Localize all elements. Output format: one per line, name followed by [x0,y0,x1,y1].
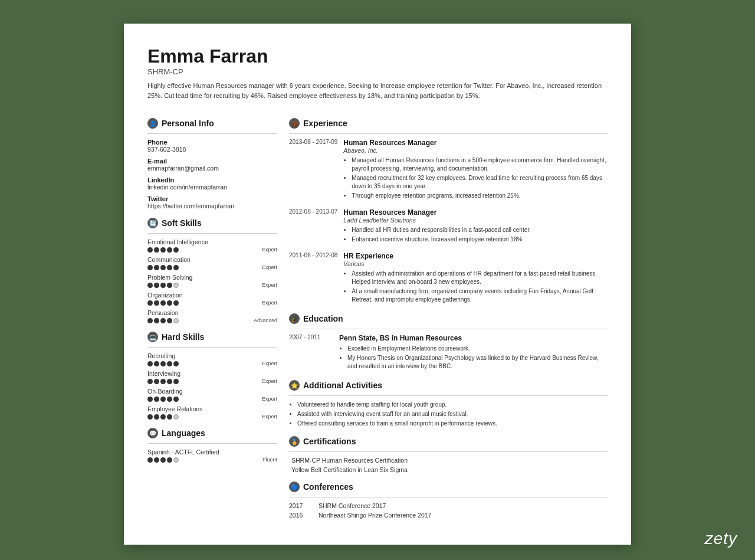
hard-skills-list: Recruiting Expert Interviewing Expert On… [147,352,277,420]
resume-document: Emma Farran SHRM-CP Highly effective Hum… [124,24,631,545]
activity-item: Offered consulting services to train a s… [297,420,608,428]
twitter-value: https://twitter.com/emmapfarran [147,202,277,209]
certification-item: SHRM-CP Human Resources Certification [289,457,608,464]
two-column-layout: 👤 Personal Info Phone 937-602-3818 E-mai… [147,110,608,521]
skill-item: Interviewing Expert [147,370,277,384]
edu-dates: 2007 - 2011 [289,334,333,372]
skill-item: On-Boarding Expert [147,388,277,402]
certifications-list: SHRM-CP Human Resources CertificationYel… [289,457,608,473]
edu-content: Penn State, BS in Human Resources Excell… [339,334,608,372]
personal-info-header: 👤 Personal Info [147,118,277,129]
skill-name: Persuasion [147,309,277,316]
linkedin-block: LinkedIn linkedin.com/in/emmapfarran [147,176,277,191]
skill-level: Expert [262,414,277,420]
exp-company: Various [343,260,608,267]
soft-skills-title: Soft Skills [162,218,202,228]
phone-label: Phone [147,139,277,146]
activity-item: Assisted with interviewing event staff f… [297,410,608,418]
header-section: Emma Farran SHRM-CP Highly effective Hum… [147,45,608,100]
education-header: 🎓 Education [289,313,608,324]
email-value: emmapfarran@gmail.com [147,165,277,172]
certifications-icon: 🏅 [289,436,300,447]
languages-title: Languages [162,428,205,438]
skill-level: Advanced [254,317,277,323]
conference-item: 2016 Northeast Shingo Prize Conference 2… [289,512,608,519]
conf-year: 2017 [289,502,313,509]
certification-item: Yellow Belt Certification in Lean Six Si… [289,466,608,473]
skill-item: Communication Expert [147,256,277,270]
skill-name: Organization [147,292,277,299]
certifications-divider [289,451,608,452]
activities-divider [289,395,608,396]
education-title: Education [303,314,343,323]
skill-level: Expert [262,282,277,288]
hard-skills-divider [147,347,277,348]
experience-item: 2013-08 - 2017-09 Human Resources Manage… [289,139,608,201]
skill-name: Problem Solving [147,274,277,281]
soft-skills-divider [147,233,277,234]
skill-name: Employee Relations [147,405,277,412]
conferences-header: 🔵 Conferences [289,482,608,492]
skill-level: Expert [262,378,277,384]
conferences-divider [289,497,608,497]
experience-list: 2013-08 - 2017-09 Human Resources Manage… [289,139,608,305]
languages-list: Spanish - ACTFL Certified Fluent [147,448,277,463]
skill-item: Emotional Intelligence Expert [147,238,277,253]
conf-year: 2016 [289,512,313,519]
exp-bullets: Managed all Human Resources functions in… [343,156,608,200]
phone-value: 937-602-3818 [147,146,277,153]
twitter-block: Twitter https://twitter.com/emmapfarran [147,195,277,209]
experience-title: Experience [303,119,347,128]
education-item: 2007 - 2011 Penn State, BS in Human Reso… [289,334,608,372]
experience-icon: 💼 [289,118,300,129]
conferences-icon: 🔵 [289,482,300,492]
activities-header: ⭐ Additional Activities [289,380,608,391]
email-label: E-mail [147,158,277,165]
experience-divider [289,133,608,134]
activities-icon: ⭐ [289,380,300,391]
email-block: E-mail emmapfarran@gmail.com [147,158,277,172]
education-divider [289,329,608,329]
skill-item: Organization Expert [147,292,277,306]
exp-job-title: Human Resources Manager [343,139,608,147]
languages-divider [147,443,277,444]
linkedin-label: LinkedIn [147,176,277,184]
exp-company: Abaveo, Inc. [343,147,608,154]
soft-skills-icon: 🔄 [147,218,158,228]
skill-name: Communication [147,256,277,263]
personal-info-title: Personal Info [162,119,214,128]
conferences-title: Conferences [303,482,353,492]
exp-company: Ladd Leadbetter Solutions [343,217,608,224]
skill-level: Expert [262,300,277,306]
education-list: 2007 - 2011 Penn State, BS in Human Reso… [289,334,608,372]
languages-icon: 💬 [147,428,158,438]
linkedin-value: linkedin.com/in/emmapfarran [147,184,277,191]
certifications-header: 🏅 Certifications [289,436,608,447]
phone-block: Phone 937-602-3818 [147,139,277,153]
skill-item: Spanish - ACTFL Certified Fluent [147,448,277,463]
exp-content: HR Experience Various Assisted with admi… [343,252,608,305]
right-column: 💼 Experience 2013-08 - 2017-09 Human Res… [289,110,608,521]
certifications-title: Certifications [303,437,356,446]
personal-info-icon: 👤 [147,118,158,129]
soft-skills-list: Emotional Intelligence Expert Communicat… [147,238,277,323]
twitter-label: Twitter [147,195,277,202]
exp-job-title: Human Resources Manager [343,208,608,217]
skill-level: Expert [262,264,277,270]
exp-dates: 2011-06 - 2012-08 [289,252,337,305]
exp-dates: 2013-08 - 2017-09 [289,139,337,201]
hard-skills-header: 💻 Hard Skills [147,332,277,342]
edu-bullets: Excelled in Employment Relations coursew… [339,345,608,371]
exp-bullets: Assisted with administration and operati… [343,270,608,304]
skill-level: Expert [262,361,277,366]
personal-info-divider [147,133,277,134]
conference-item: 2017 SHRM Conference 2017 [289,502,608,509]
activities-bullets: Volunteered to handle temp staffing for … [289,401,608,428]
skill-level: Expert [262,247,277,253]
experience-header: 💼 Experience [289,118,608,129]
conf-name: SHRM Conference 2017 [319,502,386,509]
experience-item: 2012-08 - 2013-07 Human Resources Manage… [289,208,608,245]
conferences-list: 2017 SHRM Conference 2017 2016 Northeast… [289,502,608,519]
candidate-title: SHRM-CP [147,67,608,76]
zety-logo: zety [705,529,737,548]
